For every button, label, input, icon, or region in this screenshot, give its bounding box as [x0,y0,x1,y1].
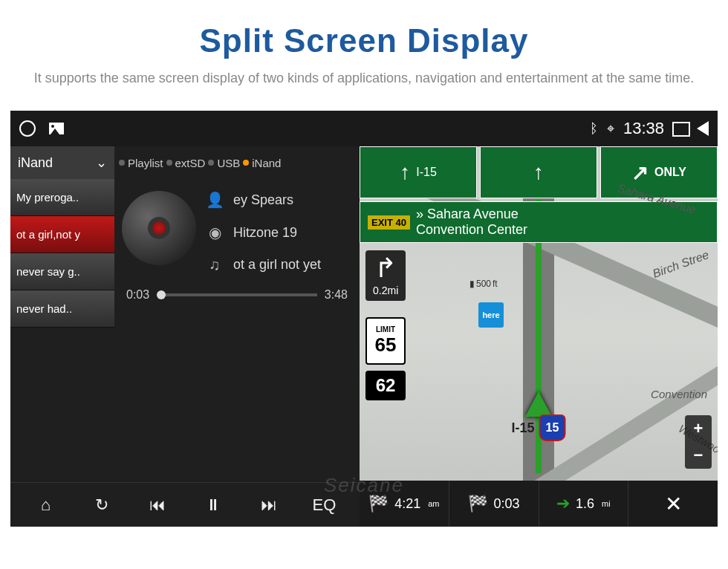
location-icon: ⌖ [607,121,614,137]
exit-destination: Convention Center [416,222,527,238]
highway-shield: I-15 15 [511,414,565,441]
trip-remaining[interactable]: ➔ 1.6mi [539,481,629,527]
chevron-down-icon: ⌄ [96,155,107,171]
arrow-up-icon: ↑ [400,160,410,184]
exit-tag: EXIT 40 [368,215,410,230]
tab-usb[interactable]: USB [208,157,240,169]
playlist-sidebar: iNand ⌄ My preroga.. ot a girl,not y nev… [10,146,114,482]
recent-apps-icon[interactable] [673,123,688,134]
page-title: Split Screen Display [15,22,713,59]
arrival-time[interactable]: 🏁 4:21am [360,481,449,527]
playlist-item[interactable]: My preroga.. [10,179,114,216]
seek-bar[interactable] [157,293,317,296]
source-label: iNand [18,155,53,171]
speed-limit-sign: LIMIT 65 [365,317,406,365]
turn-unit: mi [387,284,398,296]
lane-sign: ↑ [480,146,597,198]
gallery-icon[interactable] [49,123,64,134]
eq-button[interactable]: EQ [308,495,341,515]
road-label: Birch Stree [651,248,711,281]
flag-icon: 🏁 [368,494,389,513]
page-subtitle: It supports the same screen display of t… [15,68,713,88]
trip-elapsed[interactable]: 🏁 0:03 [449,481,539,527]
turn-arrow-icon: ↱ [373,255,398,282]
exit-destination: » Sahara Avenue [416,207,527,222]
assistant-icon[interactable] [19,120,36,137]
tab-playlist[interactable]: Playlist [119,157,163,169]
close-nav-button[interactable]: ✕ [628,481,718,527]
limit-value: 65 [375,334,397,357]
device-screenshot: ᛒ ⌖ 13:38 iNand ⌄ My preroga.. ot a girl… [10,111,718,527]
album-art [122,191,196,265]
track-name: ot a girl not yet [233,257,321,273]
artist-icon: 👤 [205,191,224,209]
flag-icon: 🏁 [468,494,488,513]
album-icon: ◉ [205,224,224,241]
artist-name: ey Spears [233,192,293,208]
here-logo: here [478,302,504,328]
turn-distance: 0.2 [373,284,387,296]
road-label: Convention [651,388,707,400]
tab-inand[interactable]: iNand [243,157,281,169]
home-button[interactable]: ⌂ [30,495,62,515]
tab-extsd[interactable]: extSD [166,157,206,169]
status-bar: ᛒ ⌖ 13:38 [10,111,718,146]
distance-marker: ▮500 ft [469,279,498,289]
pause-button[interactable]: ⏸ [197,495,230,515]
source-dropdown[interactable]: iNand ⌄ [10,146,114,179]
current-speed: 62 [365,371,406,400]
back-icon[interactable] [697,121,709,136]
playlist-item[interactable]: ot a girl,not y [10,216,114,253]
playlist-item[interactable]: never say g.. [10,253,114,290]
source-tabs: Playlist extSD USB iNand [114,146,360,179]
playlist-item[interactable]: never had.. [10,290,114,328]
interstate-shield-icon: 15 [539,414,566,441]
route-icon: ➔ [556,494,570,513]
zoom-control: + − [685,415,712,469]
repeat-button[interactable]: ↻ [85,495,118,515]
shield-label: I-15 [511,420,534,436]
zoom-in-button[interactable]: + [685,415,712,442]
album-name: Hitzone 19 [233,225,297,241]
clock: 13:38 [623,119,664,138]
time-total: 3:48 [325,288,348,302]
limit-label: LIMIT [376,325,395,334]
close-icon: ✕ [665,492,682,516]
player-controls: ⌂ ↻ ⏮ ⏸ ⏭ EQ [10,482,360,527]
navigation-panel[interactable]: ↑I-15 ↑ ↗ONLY EXIT 40 » Sahara Avenue Co… [360,146,718,527]
next-button[interactable]: ⏭ [253,495,285,515]
prev-button[interactable]: ⏮ [141,495,174,515]
arrow-up-icon: ↑ [533,160,544,184]
music-panel: iNand ⌄ My preroga.. ot a girl,not y nev… [10,146,360,527]
bluetooth-icon: ᛒ [590,121,598,137]
nav-bottom-bar: 🏁 4:21am 🏁 0:03 ➔ 1.6mi ✕ [360,481,718,527]
time-elapsed: 0:03 [126,288,149,302]
next-turn-panel: ↱ 0.2mi [365,250,406,301]
arrow-turn-icon: ↗ [631,160,649,185]
track-icon: ♫ [205,256,224,273]
zoom-out-button[interactable]: − [685,442,712,469]
lane-sign: ↑I-15 [360,146,477,198]
vehicle-cursor-icon [525,391,552,417]
